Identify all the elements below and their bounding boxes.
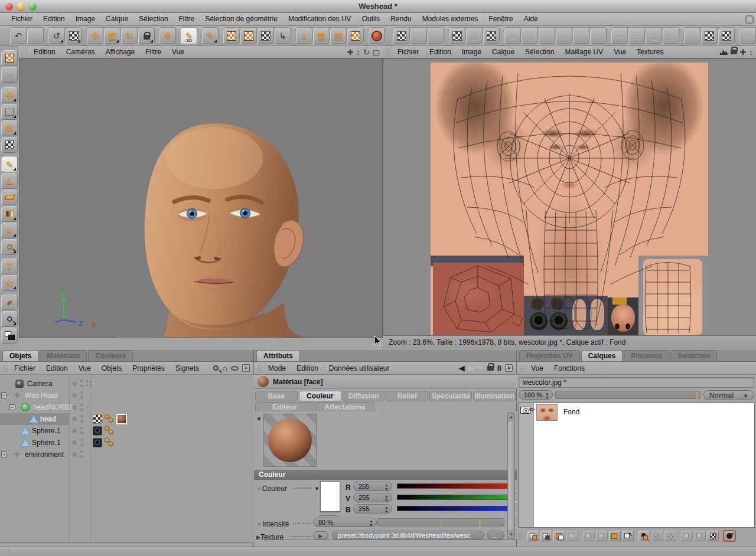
material-preview-box[interactable] bbox=[263, 414, 317, 467]
layer-lock-button[interactable] bbox=[664, 531, 676, 541]
tree-row-head[interactable]: head bbox=[0, 413, 254, 425]
texture-browse-button[interactable]: ... bbox=[487, 531, 504, 540]
merge-visible-button[interactable] bbox=[596, 531, 608, 541]
color-swatch[interactable] bbox=[320, 481, 340, 512]
layout-two-pane-button[interactable]: ▦ bbox=[313, 28, 330, 44]
expander-environment[interactable]: + bbox=[1, 452, 7, 457]
layer-row-fond[interactable]: ✎ Fond bbox=[519, 403, 754, 423]
texture-path-field[interactable]: preset://bodypaint 3d.lib4d/Weshead/tex/… bbox=[332, 531, 484, 540]
status-grip[interactable] bbox=[6, 549, 11, 555]
layout-grid-button[interactable] bbox=[347, 28, 364, 44]
objects-home-icon[interactable]: ⌂ bbox=[222, 363, 227, 373]
mtab-illumination[interactable]: Illumination bbox=[473, 391, 516, 401]
tab-projection-uv[interactable]: Projection UV bbox=[519, 350, 580, 361]
layer-paint-on-button[interactable]: ✎ bbox=[707, 531, 719, 541]
objects-menu-fichier[interactable]: Fichier bbox=[9, 364, 41, 372]
uv-axis-button[interactable]: ↳ bbox=[275, 28, 291, 44]
duplicate-layer-button[interactable] bbox=[553, 531, 565, 541]
tab-objets[interactable]: Objets bbox=[2, 350, 38, 361]
uv-menu-textures[interactable]: Textures bbox=[631, 48, 669, 56]
menu-extras-icon[interactable] bbox=[745, 15, 754, 24]
tab-calques[interactable]: Calques bbox=[581, 350, 623, 361]
lock-axis-button[interactable] bbox=[138, 28, 155, 44]
menu-rendu[interactable]: Rendu bbox=[385, 13, 416, 25]
mtab-couleur[interactable]: Couleur bbox=[299, 391, 341, 401]
view3d-menu-edition[interactable]: Edition bbox=[28, 48, 61, 56]
scale-button[interactable]: ▣ bbox=[104, 28, 120, 44]
layer-mask-button[interactable] bbox=[651, 531, 663, 541]
uv-menu-fichier[interactable]: Fichier bbox=[392, 48, 424, 56]
tree-row-sphere1[interactable]: Sphere.1 bbox=[0, 425, 254, 437]
objects-eye-icon[interactable] bbox=[231, 366, 239, 371]
tree-row-sphere2[interactable]: Sphere.1 bbox=[0, 437, 254, 449]
redo-button[interactable]: ↷ bbox=[27, 28, 44, 44]
uv-min-button[interactable]: ⤡ bbox=[590, 28, 607, 44]
expander-headnurbs[interactable]: − bbox=[9, 404, 15, 410]
uv-menu-vue[interactable]: Vue bbox=[608, 48, 631, 56]
uv-lock-icon[interactable] bbox=[731, 50, 737, 54]
mtab-specularite[interactable]: Spécularité bbox=[429, 391, 472, 401]
collapse-arrow-icon[interactable]: ▼ bbox=[256, 416, 262, 422]
layer-fx-button[interactable] bbox=[694, 531, 706, 541]
layer-color-button[interactable] bbox=[638, 531, 650, 541]
layer-thumbnail[interactable] bbox=[536, 404, 558, 421]
uv-menu-calque[interactable]: Calque bbox=[487, 48, 520, 56]
objects-add-icon[interactable]: + bbox=[242, 364, 250, 372]
uv-menu-selection[interactable]: Sélection bbox=[520, 48, 559, 56]
objects-menu-edition[interactable]: Edition bbox=[41, 364, 73, 372]
layout-single-button[interactable]: ▲ bbox=[296, 28, 312, 44]
tab-attributs[interactable]: Attributs bbox=[256, 350, 300, 361]
intensity-slider[interactable] bbox=[377, 518, 504, 526]
channel-r-stepper[interactable]: 255▲▼ bbox=[353, 482, 392, 491]
channel-b-gradient[interactable] bbox=[397, 506, 515, 511]
uv-points-button[interactable] bbox=[240, 28, 257, 44]
paintbrush-tool[interactable]: ✎ bbox=[1, 156, 18, 172]
attributes-grip[interactable] bbox=[257, 364, 262, 372]
layers-grip[interactable] bbox=[520, 364, 524, 372]
gradient-tool[interactable] bbox=[1, 206, 18, 222]
channel-v-stepper[interactable]: 255▲▼ bbox=[353, 493, 392, 502]
uv-menu-edition[interactable]: Edition bbox=[424, 48, 457, 56]
history-forward-icon[interactable]: ▶ bbox=[468, 364, 474, 372]
tab-materiaux[interactable]: Matériaux bbox=[40, 350, 87, 361]
uv-mirror-v-button[interactable] bbox=[718, 28, 735, 44]
uv-spread-v-button[interactable]: ↕ bbox=[539, 28, 555, 44]
uv-polygons-button[interactable] bbox=[223, 28, 240, 44]
selection-tags-icon-2[interactable] bbox=[105, 426, 115, 436]
uv-fit-button[interactable]: ↙ bbox=[428, 28, 444, 44]
attributes-scrollbar[interactable]: ▲ ▼ bbox=[507, 413, 515, 539]
uv-ungroup-button[interactable]: ▥ bbox=[663, 28, 679, 44]
new-layer-button[interactable] bbox=[527, 531, 539, 541]
view3d-menu-cameras[interactable]: Caméras bbox=[61, 48, 100, 56]
eraser-tool[interactable] bbox=[1, 189, 18, 205]
menu-image[interactable]: Image bbox=[70, 13, 100, 25]
selection-tags-icon[interactable] bbox=[105, 414, 115, 424]
uv-texture-editor[interactable] bbox=[383, 58, 756, 335]
texture-expand-button[interactable]: ▶ bbox=[313, 531, 328, 540]
channel-b-stepper[interactable]: 255▲▼ bbox=[353, 504, 392, 514]
layers-menu-vue[interactable]: Vue bbox=[526, 364, 549, 372]
uv-max-button[interactable]: ⤢ bbox=[573, 28, 589, 44]
uv-frame-button[interactable]: ▥ bbox=[466, 28, 483, 44]
objects-menu-objets[interactable]: Objets bbox=[96, 364, 128, 372]
new-alpha-layer-button[interactable] bbox=[540, 531, 552, 541]
view3d-menu-filtre[interactable]: Filtre bbox=[140, 48, 167, 56]
uv-align-right-button[interactable]: ↱ bbox=[522, 28, 538, 44]
uv-align-left-button[interactable]: ↲ bbox=[504, 28, 521, 44]
selection-tags-icon-3[interactable] bbox=[105, 437, 115, 448]
texture-filename-field[interactable]: wescolor.jpg * bbox=[519, 377, 754, 388]
uv-restore-button[interactable] bbox=[483, 28, 500, 44]
paint-3d-button[interactable]: ✎3D bbox=[181, 28, 197, 44]
uv-relax-button[interactable]: ☵ bbox=[410, 28, 427, 44]
material-tag-eye[interactable] bbox=[93, 426, 102, 436]
mtab-diffusion[interactable]: Diffusion bbox=[343, 391, 385, 401]
render-button[interactable] bbox=[369, 28, 385, 44]
menu-outils[interactable]: Outils bbox=[357, 13, 386, 25]
objects-grip[interactable] bbox=[3, 364, 8, 372]
attributes-lock-icon[interactable] bbox=[487, 366, 494, 371]
uv-terrace-button[interactable] bbox=[449, 28, 465, 44]
text-tool[interactable]: T bbox=[1, 259, 18, 274]
objects-menu-signets[interactable]: Signets bbox=[170, 364, 204, 372]
intensity-stepper[interactable]: 80 %▲▼ bbox=[313, 518, 377, 527]
blend-mode-dropdown[interactable]: Normal▼ bbox=[703, 390, 754, 400]
